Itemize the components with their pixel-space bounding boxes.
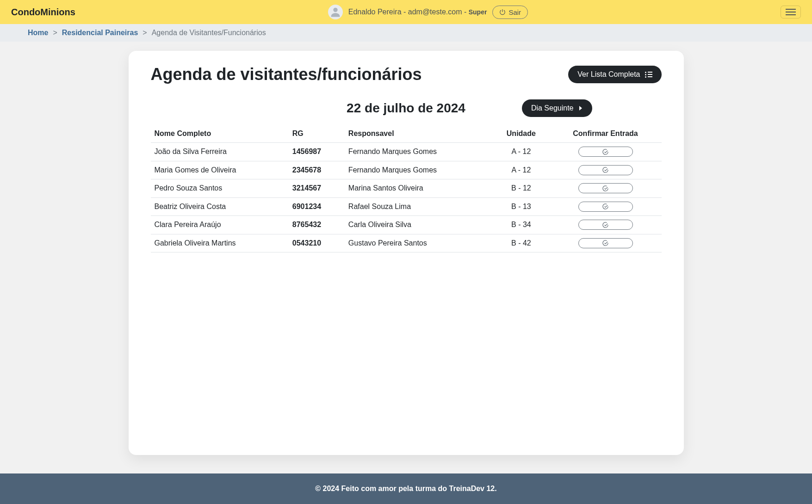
table-row: Pedro Souza Santos3214567Marina Santos O… (151, 179, 662, 198)
cell-name: Beatriz Oliveira Costa (151, 197, 289, 216)
table-row: Gabriela Oliveira Martins0543210Gustavo … (151, 234, 662, 252)
caret-right-icon (578, 105, 583, 111)
svg-point-0 (333, 8, 337, 12)
table-row: Clara Pereira Araújo8765432Carla Oliveir… (151, 216, 662, 234)
date-row: 22 de julho de 2024 Dia Seguinte (151, 101, 662, 116)
col-rg: RG (289, 125, 345, 143)
cell-rg: 1456987 (289, 143, 345, 161)
card-header: Agenda de visitantes/funcionários Ver Li… (151, 65, 662, 84)
footer: © 2024 Feito com amor pela turma do Trei… (0, 473, 812, 504)
breadcrumb-separator: > (53, 29, 57, 37)
list-icon (645, 72, 652, 78)
navbar: CondoMinions Ednaldo Pereira - adm@teste… (0, 0, 812, 24)
hamburger-button[interactable] (781, 6, 801, 18)
cell-responsible: Fernando Marques Gomes (345, 143, 493, 161)
user-name: Ednaldo Pereira (348, 8, 402, 16)
table-row: Maria Gomes de Oliveira2345678Fernando M… (151, 161, 662, 179)
footer-text: © 2024 Feito com amor pela turma do Trei… (315, 485, 496, 492)
cell-confirm (550, 216, 662, 234)
next-day-button[interactable]: Dia Seguinte (522, 99, 592, 117)
logout-label: Sair (508, 8, 521, 16)
user-info: Ednaldo Pereira - adm@teste.com - Super (348, 8, 487, 16)
cell-name: Clara Pereira Araújo (151, 216, 289, 234)
next-day-label: Dia Seguinte (531, 104, 574, 112)
logout-button[interactable]: Sair (492, 6, 528, 19)
confirm-entry-button[interactable] (578, 238, 633, 248)
user-role: Super (469, 8, 487, 16)
col-confirm: Confirmar Entrada (550, 125, 662, 143)
user-icon (329, 6, 342, 18)
cell-rg: 0543210 (289, 234, 345, 252)
cell-name: Maria Gomes de Oliveira (151, 161, 289, 179)
col-responsible: Responsavel (345, 125, 493, 143)
cell-unit: B - 12 (493, 179, 549, 198)
check-circle-icon (602, 185, 609, 192)
cell-confirm (550, 234, 662, 252)
avatar[interactable] (328, 5, 343, 19)
cell-name: Pedro Souza Santos (151, 179, 289, 198)
full-list-button[interactable]: Ver Lista Completa (568, 66, 661, 83)
cell-name: Gabriela Oliveira Martins (151, 234, 289, 252)
confirm-entry-button[interactable] (578, 183, 633, 193)
full-list-label: Ver Lista Completa (577, 70, 640, 79)
breadcrumb-location[interactable]: Residencial Paineiras (62, 29, 138, 37)
visitors-table: Nome Completo RG Responsavel Unidade Con… (151, 125, 662, 252)
col-name: Nome Completo (151, 125, 289, 143)
cell-rg: 8765432 (289, 216, 345, 234)
user-email: adm@teste.com (408, 8, 462, 16)
confirm-entry-button[interactable] (578, 202, 633, 212)
cell-confirm (550, 197, 662, 216)
cell-responsible: Carla Oliveira Silva (345, 216, 493, 234)
table-row: Beatriz Oliveira Costa6901234Rafael Souz… (151, 197, 662, 216)
cell-unit: B - 13 (493, 197, 549, 216)
card: Agenda de visitantes/funcionários Ver Li… (129, 51, 684, 455)
page-title: Agenda de visitantes/funcionários (151, 65, 422, 84)
cell-responsible: Marina Santos Oliveira (345, 179, 493, 198)
confirm-entry-button[interactable] (578, 165, 633, 175)
breadcrumb: Home > Residencial Paineiras > Agenda de… (28, 29, 801, 37)
confirm-entry-button[interactable] (578, 147, 633, 157)
table-body: João da Silva Ferreira1456987Fernando Ma… (151, 143, 662, 252)
cell-responsible: Gustavo Pereira Santos (345, 234, 493, 252)
cell-responsible: Rafael Souza Lima (345, 197, 493, 216)
breadcrumb-bar: Home > Residencial Paineiras > Agenda de… (0, 24, 812, 42)
cell-responsible: Fernando Marques Gomes (345, 161, 493, 179)
power-icon (499, 9, 506, 15)
cell-unit: A - 12 (493, 143, 549, 161)
content: Agenda de visitantes/funcionários Ver Li… (0, 42, 812, 473)
cell-name: João da Silva Ferreira (151, 143, 289, 161)
breadcrumb-separator: > (143, 29, 147, 37)
breadcrumb-current: Agenda de Visitantes/Funcionários (152, 29, 266, 37)
cell-confirm (550, 143, 662, 161)
date-title: 22 de julho de 2024 (347, 101, 465, 116)
check-circle-icon (602, 148, 609, 155)
cell-rg: 6901234 (289, 197, 345, 216)
cell-rg: 2345678 (289, 161, 345, 179)
check-circle-icon (602, 166, 609, 173)
cell-unit: B - 42 (493, 234, 549, 252)
check-circle-icon (602, 221, 609, 228)
cell-unit: A - 12 (493, 161, 549, 179)
check-circle-icon (602, 240, 609, 246)
cell-confirm (550, 161, 662, 179)
cell-confirm (550, 179, 662, 198)
user-area: Ednaldo Pereira - adm@teste.com - Super … (328, 5, 528, 19)
check-circle-icon (602, 203, 609, 210)
brand[interactable]: CondoMinions (11, 7, 75, 18)
cell-unit: B - 34 (493, 216, 549, 234)
col-unit: Unidade (493, 125, 549, 143)
table-row: João da Silva Ferreira1456987Fernando Ma… (151, 143, 662, 161)
breadcrumb-home[interactable]: Home (28, 29, 48, 37)
cell-rg: 3214567 (289, 179, 345, 198)
confirm-entry-button[interactable] (578, 220, 633, 230)
